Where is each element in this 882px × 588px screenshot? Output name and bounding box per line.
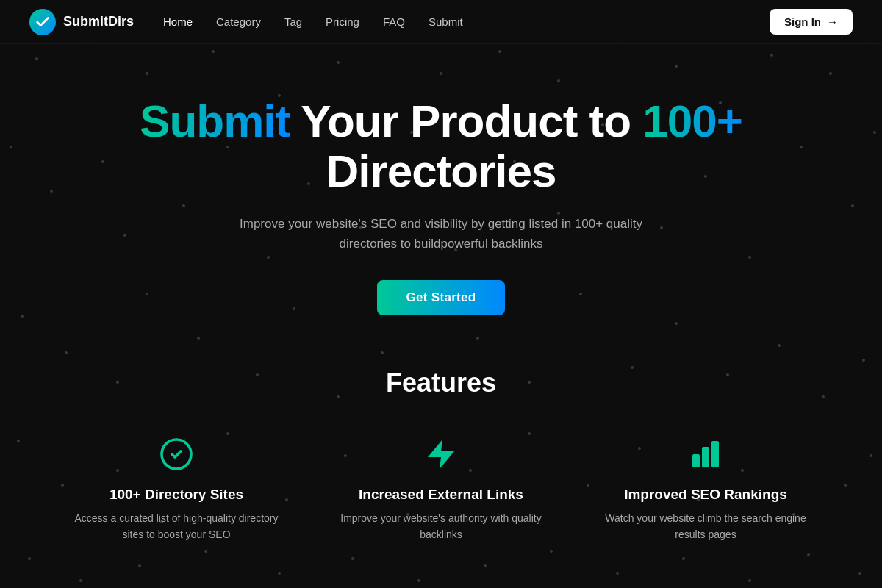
feature-desc-directories: Access a curated list of high-quality di… (74, 510, 279, 543)
hero-title-number: 100+ (642, 96, 742, 146)
hero-subtitle: Improve your website's SEO and visibilit… (220, 214, 662, 254)
logo-text: SubmitDirs (63, 14, 134, 29)
svg-marker-87 (428, 440, 454, 469)
nav-links: Home Category Tag Pricing FAQ Submit (163, 15, 463, 28)
features-grid: 100+ Directory Sites Access a curated li… (59, 434, 823, 543)
nav-category[interactable]: Category (216, 15, 261, 28)
check-circle-icon (156, 434, 197, 475)
feature-name-directories: 100+ Directory Sites (110, 487, 243, 503)
sign-in-label: Sign In (784, 15, 821, 28)
nav-home[interactable]: Home (163, 15, 193, 28)
hero-title-your-product: Your Product to (290, 96, 642, 146)
nav-left: SubmitDirs Home Category Tag Pricing FAQ… (29, 9, 463, 35)
navbar: SubmitDirs Home Category Tag Pricing FAQ… (0, 0, 882, 44)
feature-card-seo: Improved SEO Rankings Watch your website… (588, 434, 823, 543)
hero-section: Submit Your Product to 100+ Directories … (0, 44, 882, 353)
svg-rect-88 (692, 454, 700, 467)
features-title: Features (59, 368, 823, 398)
nav-submit[interactable]: Submit (429, 15, 463, 28)
nav-faq[interactable]: FAQ (383, 15, 405, 28)
svg-point-73 (79, 579, 82, 582)
logo[interactable]: SubmitDirs (29, 9, 134, 35)
get-started-button[interactable]: Get Started (377, 280, 506, 315)
features-section: Features 100+ Directory Sites Access a c… (0, 353, 882, 573)
arrow-right-icon: → (827, 15, 838, 28)
hero-title-directories: Directories (326, 146, 556, 196)
feature-name-links: Increased External Links (359, 487, 523, 503)
sign-in-button[interactable]: Sign In → (770, 9, 853, 35)
svg-point-78 (417, 579, 420, 582)
bar-chart-icon (685, 434, 726, 475)
nav-tag[interactable]: Tag (284, 15, 302, 28)
logo-icon (29, 9, 56, 35)
svg-point-83 (748, 579, 751, 582)
feature-card-directories: 100+ Directory Sites Access a curated li… (59, 434, 294, 543)
feature-desc-links: Improve your website's authority with qu… (338, 510, 544, 543)
hero-title: Submit Your Product to 100+ Directories (29, 96, 853, 196)
hero-title-submit: Submit (140, 96, 290, 146)
nav-pricing[interactable]: Pricing (326, 15, 359, 28)
bolt-icon (420, 434, 462, 475)
feature-desc-seo: Watch your website climb the search engi… (603, 510, 808, 543)
feature-name-seo: Improved SEO Rankings (624, 487, 787, 503)
feature-card-links: Increased External Links Improve your we… (323, 434, 559, 543)
svg-rect-90 (711, 441, 719, 467)
svg-rect-89 (702, 447, 709, 467)
